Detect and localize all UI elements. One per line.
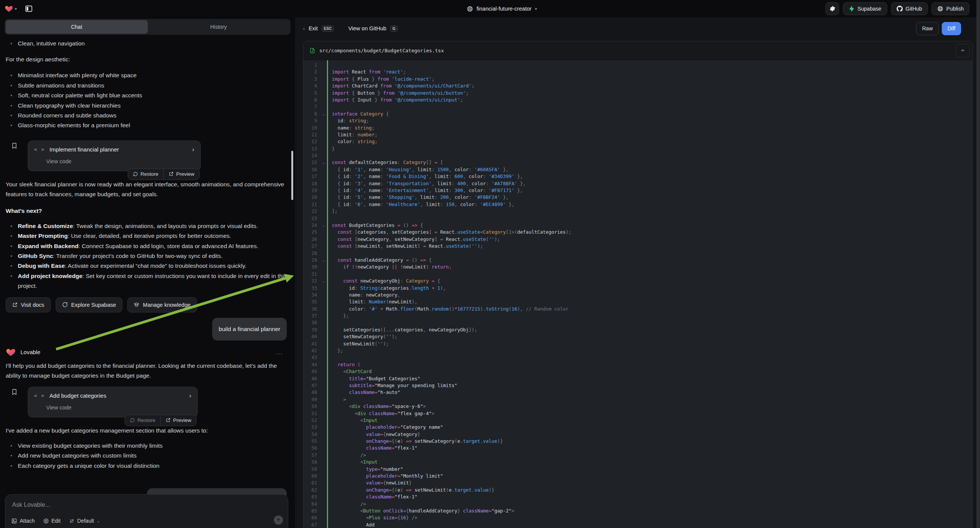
whats-next-heading: What's next? [6, 206, 287, 216]
top-bar: ▾ financial-future-creator ▾ [0, 0, 976, 17]
edit-mode-button[interactable]: Edit [43, 518, 60, 524]
window-scrollbar[interactable] [976, 0, 980, 528]
fold-spacer [320, 118, 327, 124]
version-card-add-budget-categories[interactable]: < > Add budget categories › View code Re… [28, 387, 198, 417]
tab-history[interactable]: History [148, 20, 290, 34]
message-menu-button[interactable]: ... [276, 347, 283, 357]
code-line: 14​ [304, 152, 972, 159]
explore-supabase-button[interactable]: Explore Supabase [56, 297, 123, 312]
fold-chevron-icon[interactable]: ⌄ [320, 257, 327, 264]
code-line: 23​ [304, 215, 972, 222]
chevron-right-icon: › [189, 393, 191, 399]
external-link-icon [12, 302, 18, 308]
settings-button[interactable] [826, 2, 839, 15]
fold-spacer [320, 180, 327, 187]
help-text: I'll help you add budget categories to t… [6, 361, 287, 381]
code-line: 42 }; [304, 347, 972, 354]
fold-chevron-icon[interactable]: ⌄ [320, 278, 327, 285]
fold-spacer [320, 410, 327, 417]
preview-button[interactable]: Preview [160, 415, 196, 426]
code-line: 19 { id: '4', name: 'Entertainment', lim… [304, 187, 972, 194]
view-on-github-button[interactable]: View on GitHub G [348, 25, 398, 32]
fold-spacer [320, 103, 327, 110]
view-code-link[interactable]: View code [46, 402, 191, 412]
line-number: 34 [304, 292, 320, 299]
added-bullet-list: View existing budget categories with the… [6, 441, 287, 471]
chat-bullet: Subtle animations and transitions [6, 81, 287, 91]
line-number: 20 [304, 194, 320, 201]
attach-button[interactable]: Attach [11, 518, 35, 524]
version-card-row: < > Add budget categories › View code Re… [11, 387, 287, 417]
fold-spacer [320, 132, 327, 138]
line-number: 7 [304, 103, 320, 110]
chat-scrollbar-thumb[interactable] [291, 151, 293, 200]
chevron-up-icon [960, 48, 965, 53]
exit-button[interactable]: ‹ Exit ESC [303, 25, 334, 32]
tab-chat[interactable]: Chat [6, 20, 148, 34]
fold-spacer [320, 97, 327, 103]
chat-bullet: Each category gets a unique color for vi… [6, 461, 287, 471]
restore-preview-pill: Restore Preview [125, 415, 197, 426]
file-path: src/components/budget/BudgetCategories.t… [319, 48, 444, 53]
diff-toggle-button[interactable]: Diff [942, 22, 961, 35]
project-switcher[interactable]: financial-future-creator ▾ [467, 0, 537, 17]
version-card-implement-financial-planner[interactable]: < > Implement financial planner › View c… [28, 140, 201, 171]
quick-actions-row: Visit docs Explore Supabase Manage knowl… [6, 297, 287, 312]
visit-docs-button[interactable]: Visit docs [6, 297, 51, 312]
collapse-file-button[interactable] [956, 44, 969, 57]
toggle-sidebar-button[interactable] [23, 3, 35, 14]
fold-spacer [320, 215, 327, 222]
code-line: 22]; [304, 208, 972, 215]
user-message-bubble: build a financial planner [212, 318, 287, 340]
fold-spacer [320, 417, 327, 424]
fold-chevron-icon[interactable]: ⌄ [320, 222, 327, 229]
supabase-button[interactable]: Supabase [843, 2, 887, 15]
manage-knowledge-button[interactable]: Manage knowledge [127, 297, 197, 312]
fold-spacer [320, 194, 327, 201]
raw-toggle-button[interactable]: Raw [916, 22, 939, 35]
file-header[interactable]: src/components/budget/BudgetCategories.t… [304, 41, 972, 60]
user-message-row: build a financial planner [6, 318, 287, 340]
restore-button[interactable]: Restore [125, 415, 160, 426]
line-number: 39 [304, 326, 320, 333]
publish-button[interactable]: Publish [932, 2, 969, 15]
line-number: 19 [304, 187, 320, 194]
code-line: 54 value={newCategory} [304, 431, 972, 438]
github-button[interactable]: GitHub [891, 2, 928, 15]
fold-spacer [320, 208, 327, 215]
chat-bullet: Soft, neutral color palette with light b… [6, 91, 287, 100]
bookmark-icon[interactable] [11, 142, 18, 149]
restore-button[interactable]: Restore [128, 169, 163, 180]
line-number: 21 [304, 201, 320, 208]
code-line: 10 name: string; [304, 125, 972, 132]
line-number: 56 [304, 445, 320, 452]
fold-spacer [320, 173, 327, 180]
code-brackets-icon: < > [34, 145, 45, 154]
send-button[interactable] [274, 515, 283, 525]
model-selector[interactable]: Default ⌄ [69, 518, 100, 524]
line-number: 32 [304, 278, 320, 285]
chat-bullet: Add project knowledge: Set key context o… [6, 271, 287, 291]
code-line: 37 }; [304, 312, 972, 319]
fold-spacer [320, 403, 327, 410]
chat-input-card[interactable]: Ask Lovable... Attach Edit Default ⌄ [5, 494, 288, 528]
code-editor: 1​2import React from 'react';3import { P… [304, 60, 972, 528]
line-number: 62 [304, 487, 320, 493]
fold-spacer [320, 507, 327, 514]
fold-spacer [320, 125, 327, 132]
fold-spacer [320, 306, 327, 312]
fold-chevron-icon[interactable]: ⌄ [320, 111, 327, 118]
code-line: 67 Add [304, 522, 972, 528]
fold-chevron-icon[interactable]: ⌄ [320, 159, 327, 166]
line-number: 16 [304, 166, 320, 173]
line-number: 17 [304, 173, 320, 180]
chat-input[interactable]: Ask Lovable... [12, 501, 281, 508]
code-line: 4import ChartCard from '@/components/ui/… [304, 83, 972, 89]
preview-button[interactable]: Preview [163, 169, 199, 180]
version-card-row: < > Implement financial planner › View c… [11, 140, 287, 171]
chevron-down-icon: ⌄ [97, 518, 100, 523]
bookmark-icon[interactable] [11, 388, 18, 396]
view-code-link[interactable]: View code [46, 156, 194, 166]
lovable-logo-menu[interactable]: ▾ [5, 5, 17, 13]
code-line: 41 setNewLimit(''); [304, 340, 972, 347]
